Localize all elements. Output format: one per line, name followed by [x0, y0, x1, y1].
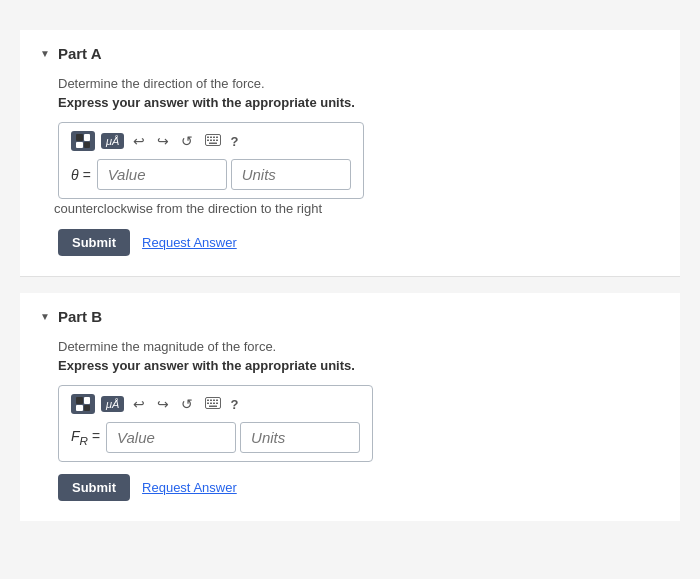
- part-a-toolbar: μÅ ↩ ↪ ↺: [71, 131, 351, 151]
- part-b-title: Part B: [58, 308, 102, 325]
- keyboard-icon-svg: [205, 134, 221, 146]
- part-b-answer-box: μÅ ↩ ↪ ↺: [58, 385, 373, 462]
- grid-cell-1: [76, 134, 83, 141]
- part-b-request-answer-button[interactable]: Request Answer: [142, 480, 237, 495]
- part-b-eq-f: F: [71, 428, 80, 444]
- svg-rect-11: [207, 399, 209, 401]
- section-divider: [20, 277, 680, 293]
- part-a-button-row: Submit Request Answer: [58, 229, 660, 256]
- grid-icon-b: [76, 397, 90, 411]
- svg-rect-12: [210, 399, 212, 401]
- part-a-chevron-icon[interactable]: ▼: [40, 48, 50, 59]
- part-b-button-row: Submit Request Answer: [58, 474, 660, 501]
- mu-button-a[interactable]: μÅ: [101, 133, 124, 149]
- part-a-suffix-text: counterclockwise from the direction to t…: [54, 201, 322, 216]
- page-container: ▼ Part A Determine the direction of the …: [0, 20, 700, 531]
- refresh-button-b[interactable]: ↺: [178, 395, 196, 413]
- keyboard-button-a[interactable]: [202, 133, 224, 150]
- grid-cell-b1: [76, 397, 83, 404]
- svg-rect-14: [216, 399, 218, 401]
- redo-button-b[interactable]: ↪: [154, 395, 172, 413]
- mu-button-b[interactable]: μÅ: [101, 396, 124, 412]
- part-a-equation-label: θ =: [71, 167, 91, 183]
- grid-cell-b3: [76, 405, 83, 412]
- part-b-instruction: Determine the magnitude of the force.: [58, 339, 660, 354]
- svg-rect-2: [210, 136, 212, 138]
- grid-button-a[interactable]: [71, 131, 95, 151]
- part-b-units-input[interactable]: [240, 422, 360, 453]
- part-a-units-input[interactable]: [231, 159, 351, 190]
- help-icon-a[interactable]: ?: [230, 134, 238, 149]
- keyboard-button-b[interactable]: [202, 396, 224, 413]
- part-a-input-row: θ =: [71, 159, 351, 190]
- svg-rect-17: [213, 402, 215, 404]
- svg-rect-3: [213, 136, 215, 138]
- part-a-request-answer-button[interactable]: Request Answer: [142, 235, 237, 250]
- part-b-input-row: FR =: [71, 422, 360, 453]
- grid-icon-a: [76, 134, 90, 148]
- part-b-submit-button[interactable]: Submit: [58, 474, 130, 501]
- svg-rect-1: [207, 136, 209, 138]
- part-b-value-input[interactable]: [106, 422, 236, 453]
- part-a-submit-button[interactable]: Submit: [58, 229, 130, 256]
- svg-rect-9: [209, 142, 217, 144]
- svg-rect-19: [209, 405, 217, 407]
- grid-cell-4: [84, 142, 91, 149]
- grid-button-b[interactable]: [71, 394, 95, 414]
- part-a-section: ▼ Part A Determine the direction of the …: [20, 30, 680, 277]
- grid-cell-2: [84, 134, 91, 141]
- part-a-answer-box: μÅ ↩ ↪ ↺: [58, 122, 364, 199]
- svg-rect-8: [216, 139, 218, 141]
- part-a-header: ▼ Part A: [40, 45, 660, 62]
- undo-button-b[interactable]: ↩: [130, 395, 148, 413]
- part-b-header: ▼ Part B: [40, 308, 660, 325]
- refresh-button-a[interactable]: ↺: [178, 132, 196, 150]
- svg-rect-18: [216, 402, 218, 404]
- svg-rect-15: [207, 402, 209, 404]
- svg-rect-5: [207, 139, 209, 141]
- help-icon-b[interactable]: ?: [230, 397, 238, 412]
- part-b-instruction-bold: Express your answer with the appropriate…: [58, 358, 660, 373]
- svg-rect-13: [213, 399, 215, 401]
- svg-rect-16: [210, 402, 212, 404]
- undo-button-a[interactable]: ↩: [130, 132, 148, 150]
- svg-rect-6: [210, 139, 212, 141]
- svg-rect-4: [216, 136, 218, 138]
- redo-button-a[interactable]: ↪: [154, 132, 172, 150]
- part-b-chevron-icon[interactable]: ▼: [40, 311, 50, 322]
- part-a-instruction: Determine the direction of the force.: [58, 76, 660, 91]
- svg-rect-7: [213, 139, 215, 141]
- part-b-equation-label: FR =: [71, 428, 100, 447]
- grid-cell-b4: [84, 405, 91, 412]
- grid-cell-b2: [84, 397, 91, 404]
- part-b-eq-sub: R: [80, 434, 88, 447]
- grid-cell-3: [76, 142, 83, 149]
- part-b-toolbar: μÅ ↩ ↪ ↺: [71, 394, 360, 414]
- keyboard-icon-svg-b: [205, 397, 221, 409]
- part-b-eq-suffix: =: [88, 428, 100, 444]
- part-a-instruction-bold: Express your answer with the appropriate…: [58, 95, 660, 110]
- part-a-value-input[interactable]: [97, 159, 227, 190]
- part-a-title: Part A: [58, 45, 102, 62]
- part-b-section: ▼ Part B Determine the magnitude of the …: [20, 293, 680, 521]
